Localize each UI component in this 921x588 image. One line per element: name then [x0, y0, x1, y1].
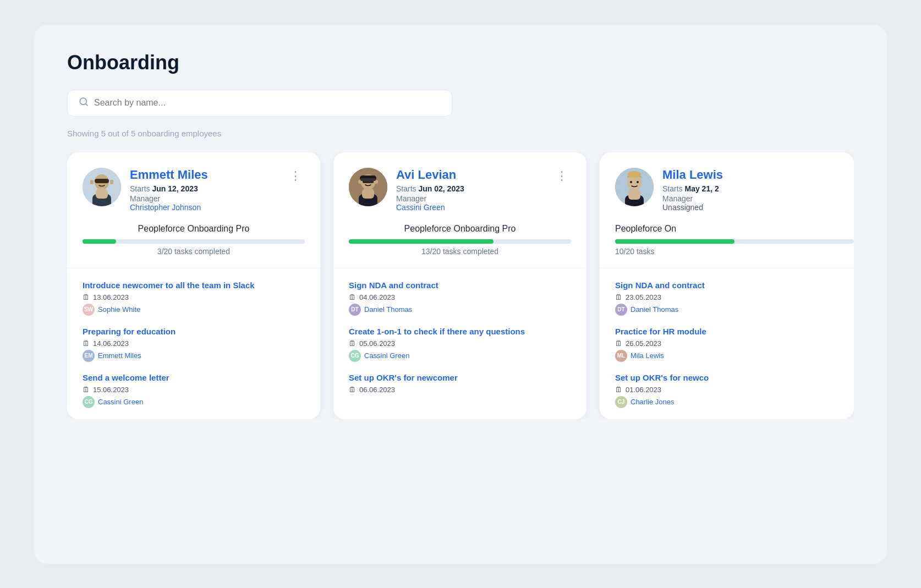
divider-mila: [600, 268, 854, 268]
mila-start: Starts May 21, 2: [662, 184, 723, 193]
emmett-tasks-count: 3/20 tasks completed: [83, 247, 305, 256]
emmett-manager-label: Manager: [130, 194, 208, 203]
emmett-task-3-assignee[interactable]: CG Cassini Green: [83, 396, 305, 408]
avatar-mila: [615, 168, 654, 206]
mila-task-2-title[interactable]: Practice for HR module: [615, 327, 854, 336]
assignee-avatar-mila: ML: [615, 350, 627, 362]
assignee-avatar-daniel-avi: DT: [349, 304, 361, 316]
emmett-manager-name[interactable]: Christopher Johnson: [130, 203, 208, 212]
divider-emmett: [67, 268, 320, 268]
mila-task-3-title[interactable]: Set up OKR's for newco: [615, 373, 854, 382]
search-input[interactable]: [94, 98, 441, 108]
card-mila: Mila Lewis Starts May 21, 2 Manager Unas…: [600, 152, 854, 419]
avi-task-3-date: 🗓 06.06.2023: [349, 386, 571, 394]
mila-task-1-assignee[interactable]: DT Daniel Thomas: [615, 304, 854, 316]
emmett-task-3-date: 🗓 15.06.2023: [83, 386, 305, 394]
cards-row: Emmett Miles Starts Jun 12, 2023 Manager…: [67, 152, 854, 419]
svg-point-28: [637, 181, 639, 183]
card-header-left-emmett: Emmett Miles Starts Jun 12, 2023 Manager…: [83, 168, 208, 212]
card-emmett: Emmett Miles Starts Jun 12, 2023 Manager…: [67, 152, 320, 419]
svg-rect-6: [96, 189, 108, 199]
avi-task-2-title[interactable]: Create 1-on-1 to check if there any ques…: [349, 327, 571, 336]
avi-task-3-title[interactable]: Set up OKR's for newcomer: [349, 373, 571, 382]
emmett-task-2-assignee[interactable]: EM Emmett Miles: [83, 350, 305, 362]
mila-plan-section: Peopleforce On 10/20 tasks: [615, 224, 854, 256]
emmett-progress-bar: [83, 239, 305, 244]
assignee-avatar-charlie: CJ: [615, 396, 627, 408]
emmett-task-2-date: 🗓 14.06.2023: [83, 339, 305, 348]
emmett-task-1-title[interactable]: Introduce newcomer to all the team in Sl…: [83, 281, 305, 290]
mila-manager-label: Manager: [662, 194, 723, 203]
emmett-task-3-title[interactable]: Send a welcome letter: [83, 373, 305, 382]
avi-task-1-assignee[interactable]: DT Daniel Thomas: [349, 304, 571, 316]
avi-progress-fill: [349, 239, 494, 244]
card-header-avi: Avi Levian Starts Jun 02, 2023 Manager C…: [349, 168, 571, 212]
calendar-icon-mila-3: 🗓: [615, 386, 622, 394]
emmett-task-2: Preparing for education 🗓 14.06.2023 EM …: [83, 327, 305, 362]
avi-manager-name[interactable]: Cassini Green: [396, 203, 464, 212]
assignee-avatar-daniel-mila: DT: [615, 304, 627, 316]
calendar-icon-mila-1: 🗓: [615, 293, 622, 301]
emmett-name[interactable]: Emmett Miles: [130, 168, 208, 182]
mila-name[interactable]: Mila Lewis: [662, 168, 723, 182]
calendar-icon-avi-1: 🗓: [349, 293, 356, 301]
mila-task-3-date: 🗓 01.06.2023: [615, 386, 854, 394]
assignee-avatar-emmett: EM: [83, 350, 95, 362]
app-container: Onboarding Showing 5 out of 5 onboarding…: [34, 25, 887, 564]
mila-task-1: Sign NDA and contract 🗓 23.05.2023 DT Da…: [615, 281, 854, 316]
card-header-left-avi: Avi Levian Starts Jun 02, 2023 Manager C…: [349, 168, 464, 212]
avi-task-3: Set up OKR's for newcomer 🗓 06.06.2023: [349, 373, 571, 394]
emmett-task-1-date: 🗓 13.06.2023: [83, 293, 305, 301]
card-person-info-mila: Mila Lewis Starts May 21, 2 Manager Unas…: [662, 168, 723, 212]
svg-point-29: [628, 171, 641, 178]
calendar-icon-mila-2: 🗓: [615, 339, 622, 348]
assignee-avatar-cassini-e: CG: [83, 396, 95, 408]
emmett-task-1: Introduce newcomer to all the team in Sl…: [83, 281, 305, 316]
card-person-info-avi: Avi Levian Starts Jun 02, 2023 Manager C…: [396, 168, 464, 212]
card-person-info-emmett: Emmett Miles Starts Jun 12, 2023 Manager…: [130, 168, 208, 212]
emmett-start: Starts Jun 12, 2023: [130, 184, 208, 193]
mila-task-1-title[interactable]: Sign NDA and contract: [615, 281, 854, 290]
mila-plan-name: Peopleforce On: [615, 224, 854, 234]
emmett-progress-fill: [83, 239, 116, 244]
assignee-avatar-sophie: SW: [83, 304, 95, 316]
mila-task-2-date: 🗓 26.05.2023: [615, 339, 854, 348]
card-avi: Avi Levian Starts Jun 02, 2023 Manager C…: [333, 152, 586, 419]
svg-line-1: [85, 103, 87, 105]
divider-avi: [333, 268, 586, 268]
avi-name[interactable]: Avi Levian: [396, 168, 464, 182]
calendar-icon-1: 🗓: [83, 293, 90, 301]
avi-more-button[interactable]: ⋮: [552, 168, 571, 184]
avi-task-1-title[interactable]: Sign NDA and contract: [349, 281, 571, 290]
svg-rect-15: [362, 189, 374, 199]
mila-task-2-assignee[interactable]: ML Mila Lewis: [615, 350, 854, 362]
svg-rect-10: [90, 180, 94, 184]
svg-rect-11: [110, 180, 113, 184]
avi-plan-name: Peopleforce Onboarding Pro: [349, 224, 571, 234]
emmett-more-button[interactable]: ⋮: [286, 168, 305, 184]
emmett-task-1-assignee[interactable]: SW Sophie White: [83, 304, 305, 316]
card-header-mila: Mila Lewis Starts May 21, 2 Manager Unas…: [615, 168, 854, 212]
calendar-icon-3: 🗓: [83, 386, 90, 394]
avi-task-1: Sign NDA and contract 🗓 04.06.2023 DT Da…: [349, 281, 571, 316]
mila-task-3: Set up OKR's for newco 🗓 01.06.2023 CJ C…: [615, 373, 854, 408]
avi-manager-label: Manager: [396, 194, 464, 203]
avatar-avi: [349, 168, 387, 206]
avi-tasks-count: 13/20 tasks completed: [349, 247, 571, 256]
emmett-task-3: Send a welcome letter 🗓 15.06.2023 CG Ca…: [83, 373, 305, 408]
calendar-icon-2: 🗓: [83, 339, 90, 348]
emmett-plan-section: Peopleforce Onboarding Pro 3/20 tasks co…: [83, 224, 305, 256]
mila-progress-bar: [615, 239, 854, 244]
avi-task-2-assignee[interactable]: CG Cassini Green: [349, 350, 571, 362]
emmett-task-2-title[interactable]: Preparing for education: [83, 327, 305, 336]
svg-rect-26: [628, 190, 640, 200]
svg-point-27: [630, 181, 632, 183]
avi-task-2-date: 🗓 05.06.2023: [349, 339, 571, 348]
avi-task-1-date: 🗓 04.06.2023: [349, 293, 571, 301]
mila-progress-fill: [615, 239, 734, 244]
svg-rect-22: [360, 178, 376, 181]
card-header-emmett: Emmett Miles Starts Jun 12, 2023 Manager…: [83, 168, 305, 212]
mila-task-3-assignee[interactable]: CJ Charlie Jones: [615, 396, 854, 408]
search-bar: [67, 90, 452, 117]
mila-task-1-date: 🗓 23.05.2023: [615, 293, 854, 301]
